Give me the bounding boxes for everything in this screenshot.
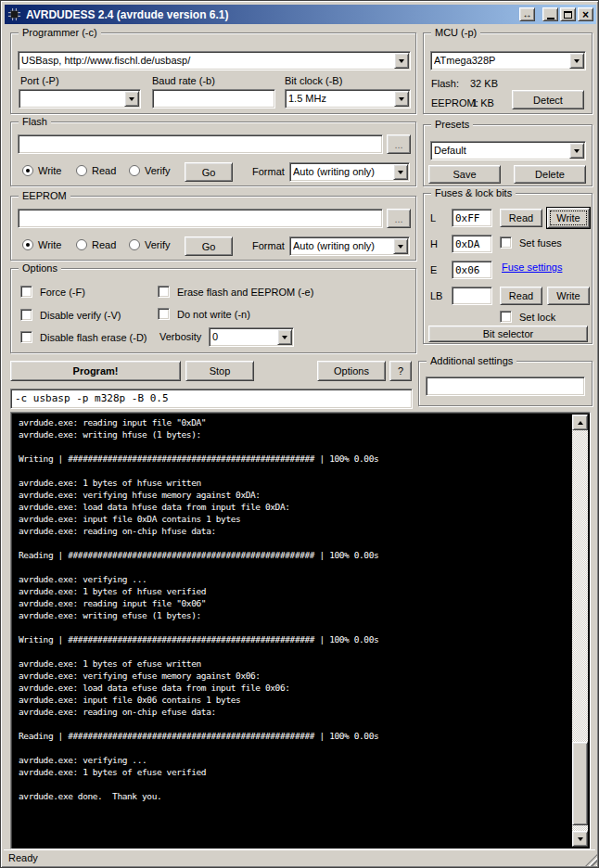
verbosity-select[interactable]: 0: [209, 327, 294, 347]
options-button[interactable]: Options: [317, 361, 386, 381]
mcu-eeprom-value: 1 KB: [472, 97, 494, 109]
eeprom-write-radio[interactable]: Write: [22, 239, 61, 250]
fuse-h-label: H: [430, 238, 438, 250]
options-group: Options Force (-F) Erase flash and EEPRO…: [10, 268, 416, 353]
mcu-dropdown-button[interactable]: [569, 53, 584, 69]
set-lock-checkbox[interactable]: Set lock: [500, 311, 555, 323]
verbosity-label: Verbosity: [159, 331, 201, 343]
preset-delete-button[interactable]: Delete: [514, 165, 586, 184]
flash-format-select[interactable]: Auto (writing only): [289, 162, 410, 182]
erase-flash-eeprom-checkbox[interactable]: Erase flash and EEPROM (-e): [158, 286, 313, 298]
close-button[interactable]: ×: [578, 7, 593, 21]
eeprom-group: EEPROM ... Write Read Verify Go Format A…: [10, 196, 416, 261]
app-window: AVRDUDESS 2.4 (avrdude version 6.1) ↔ × …: [0, 0, 599, 868]
chevron-down-icon: [398, 171, 403, 174]
programmer-dropdown-button[interactable]: [394, 53, 409, 69]
disable-flash-erase-checkbox[interactable]: Disable flash erase (-D): [20, 331, 147, 343]
flash-format-dropdown-button[interactable]: [393, 164, 408, 180]
presets-group: Presets Default Save Delete: [423, 124, 593, 186]
verbosity-dropdown-button[interactable]: [277, 329, 292, 345]
disable-verify-checkbox[interactable]: Disable verify (-V): [20, 309, 121, 321]
port-select[interactable]: [19, 89, 141, 108]
eeprom-verify-radio[interactable]: Verify: [129, 239, 171, 250]
eeprom-format-label: Format: [252, 240, 285, 252]
flash-verify-radio[interactable]: Verify: [129, 165, 171, 176]
minimize-button[interactable]: [542, 7, 558, 21]
programmer-select[interactable]: USBasp, http://www.fischl.de/usbasp/: [18, 51, 411, 70]
fuse-settings-link[interactable]: Fuse settings: [502, 262, 562, 274]
presets-selected: Default: [434, 144, 567, 158]
port-dropdown-button[interactable]: [124, 91, 139, 107]
bitclock-label: Bit clock (-B): [285, 75, 342, 87]
presets-select[interactable]: Default: [430, 141, 586, 160]
scroll-up-button[interactable]: [572, 415, 588, 430]
eeprom-browse-button[interactable]: ...: [387, 209, 411, 228]
presets-dropdown-button[interactable]: [569, 143, 584, 159]
expand-toggle-button[interactable]: ↔: [519, 7, 535, 21]
command-preview[interactable]: -c usbasp -p m328p -B 0.5: [10, 389, 413, 409]
fuse-l-input[interactable]: [452, 209, 492, 227]
eeprom-file-input[interactable]: [18, 209, 383, 228]
chevron-down-icon: [398, 245, 403, 249]
presets-group-label: Presets: [431, 119, 473, 131]
radio-icon: [22, 239, 33, 250]
checkbox-icon: [20, 309, 32, 321]
stop-button[interactable]: Stop: [185, 361, 254, 381]
fuse-h-input[interactable]: [452, 235, 492, 253]
app-icon: [7, 7, 21, 21]
eeprom-format-select[interactable]: Auto (writing only): [289, 236, 410, 256]
checkbox-icon: [500, 311, 512, 323]
flash-browse-button[interactable]: ...: [387, 134, 411, 154]
chevron-down-icon: [574, 149, 580, 153]
bitclock-dropdown-button[interactable]: [394, 91, 409, 107]
fuse-read-button[interactable]: Read: [500, 209, 542, 227]
expand-icon: ↔: [523, 10, 532, 19]
scrollbar-thumb[interactable]: [572, 742, 588, 825]
arrow-up-icon: [578, 421, 583, 425]
bit-selector-button[interactable]: Bit selector: [428, 326, 588, 342]
checkbox-icon: [158, 286, 170, 298]
mcu-flash-value: 32 KB: [470, 78, 498, 90]
preset-save-button[interactable]: Save: [428, 165, 501, 184]
eeprom-format-dropdown-button[interactable]: [393, 238, 408, 254]
fuse-write-button[interactable]: Write: [547, 208, 590, 228]
fuse-e-label: E: [430, 264, 437, 276]
flash-write-radio[interactable]: Write: [22, 165, 61, 176]
do-not-write-checkbox[interactable]: Do not write (-n): [158, 308, 250, 320]
radio-icon: [129, 239, 140, 250]
bitclock-select[interactable]: 1.5 MHz: [285, 89, 411, 108]
program-button[interactable]: Program!: [10, 361, 181, 381]
baud-label: Baud rate (-b): [152, 75, 215, 87]
flash-read-radio[interactable]: Read: [76, 165, 116, 176]
mcu-select[interactable]: ATmega328P: [430, 51, 586, 70]
baud-input[interactable]: [152, 89, 275, 108]
help-button[interactable]: ?: [389, 361, 412, 381]
radio-icon: [22, 165, 33, 176]
console-scrollbar[interactable]: [572, 415, 588, 847]
mcu-group: MCU (-p) ATmega328P Flash: 32 KB EEPROM:…: [423, 32, 593, 114]
set-fuses-checkbox[interactable]: Set fuses: [500, 236, 562, 249]
lock-read-button[interactable]: Read: [500, 287, 542, 305]
lock-write-button[interactable]: Write: [547, 287, 590, 305]
eeprom-go-button[interactable]: Go: [185, 236, 233, 256]
lockbits-label: LB: [430, 290, 442, 302]
fuse-l-label: L: [430, 212, 436, 224]
additional-settings-input[interactable]: [426, 377, 585, 396]
maximize-button[interactable]: [560, 7, 576, 21]
chevron-down-icon: [282, 336, 287, 339]
flash-file-input[interactable]: [18, 134, 383, 154]
eeprom-read-radio[interactable]: Read: [76, 239, 116, 250]
radio-icon: [76, 165, 87, 176]
detect-button[interactable]: Detect: [512, 90, 584, 109]
fuse-e-input[interactable]: [452, 261, 492, 279]
titlebar: AVRDUDESS 2.4 (avrdude version 6.1) ↔ ×: [5, 5, 596, 24]
port-selected: [22, 92, 121, 106]
force-checkbox[interactable]: Force (-F): [20, 286, 85, 298]
checkbox-icon: [20, 331, 32, 343]
flash-go-button[interactable]: Go: [185, 162, 233, 182]
lockbits-input[interactable]: [452, 287, 492, 305]
scroll-down-button[interactable]: [572, 831, 588, 847]
programmer-group-label: Programmer (-c): [19, 27, 101, 39]
chevron-down-icon: [399, 59, 404, 63]
status-bar: Ready: [4, 849, 595, 864]
